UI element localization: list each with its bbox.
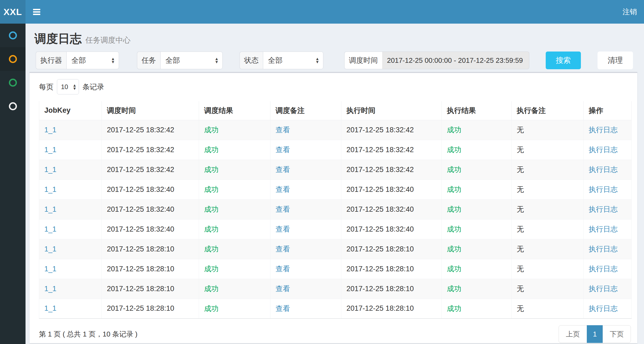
pagination-info: 第 1 页 ( 总共 1 页，10 条记录 ) xyxy=(39,330,138,339)
job-key-link[interactable]: 1_1 xyxy=(44,265,56,273)
trigger-result-cell: 成功 xyxy=(204,225,219,233)
table-row: 1_12017-12-25 18:32:42成功查看2017-12-25 18:… xyxy=(39,160,632,180)
sidebar-menu-item-1[interactable] xyxy=(0,24,26,47)
previous-page-button[interactable]: 上页 xyxy=(559,325,587,343)
executor-filter-label: 执行器 xyxy=(36,52,66,69)
page-subtitle: 任务调度中心 xyxy=(85,36,131,44)
handle-time-cell: 2017-12-25 18:28:10 xyxy=(346,285,414,293)
execution-log-link[interactable]: 执行日志 xyxy=(589,126,618,134)
execution-log-link[interactable]: 执行日志 xyxy=(589,225,618,233)
trigger-result-cell: 成功 xyxy=(204,126,219,134)
trigger-msg-link[interactable]: 查看 xyxy=(276,245,290,253)
trigger-msg-link[interactable]: 查看 xyxy=(276,305,290,313)
handle-result-cell: 成功 xyxy=(447,205,461,213)
handle-time-cell: 2017-12-25 18:32:40 xyxy=(346,185,414,193)
current-page-button[interactable]: 1 xyxy=(587,325,603,343)
handle-msg-cell: 无 xyxy=(517,265,524,273)
trigger-time-cell: 2017-12-25 18:32:40 xyxy=(107,225,174,233)
handle-msg-cell: 无 xyxy=(517,146,524,154)
app: XXL 注销 调度日志任务调度中心 执行器 全部 ▲▼ 任务 全部 xyxy=(0,0,644,344)
handle-result-cell: 成功 xyxy=(447,126,461,134)
job-key-link[interactable]: 1_1 xyxy=(44,225,56,233)
execution-log-link[interactable]: 执行日志 xyxy=(589,265,618,273)
handle-time-cell: 2017-12-25 18:32:42 xyxy=(346,146,414,154)
trigger-msg-link[interactable]: 查看 xyxy=(276,205,290,213)
handle-msg-cell: 无 xyxy=(517,166,524,174)
logout-link[interactable]: 注销 xyxy=(616,0,644,24)
handle-result-cell: 成功 xyxy=(447,285,461,293)
trigger-msg-link[interactable]: 查看 xyxy=(276,146,290,154)
trigger-result-cell: 成功 xyxy=(204,265,219,273)
trigger-msg-link[interactable]: 查看 xyxy=(276,126,290,134)
search-button[interactable]: 搜索 xyxy=(546,52,581,69)
table-row: 1_12017-12-25 18:32:40成功查看2017-12-25 18:… xyxy=(39,180,632,199)
trigger-msg-link[interactable]: 查看 xyxy=(276,166,290,174)
handle-time-cell: 2017-12-25 18:32:42 xyxy=(346,126,414,134)
handle-msg-cell: 无 xyxy=(517,245,524,253)
handle-result-cell: 成功 xyxy=(447,146,461,154)
execution-log-link[interactable]: 执行日志 xyxy=(589,205,618,213)
next-page-button[interactable]: 下页 xyxy=(603,325,631,343)
column-header: 操作 xyxy=(584,101,632,120)
job-key-link[interactable]: 1_1 xyxy=(44,205,56,213)
table-row: 1_12017-12-25 18:32:42成功查看2017-12-25 18:… xyxy=(39,140,632,160)
trigger-time-range-input[interactable]: 2017-12-25 00:00:00 - 2017-12-25 23:59:5… xyxy=(382,52,529,69)
trigger-time-cell: 2017-12-25 18:32:42 xyxy=(107,146,174,154)
page-length-prefix: 每页 xyxy=(39,82,53,92)
trigger-result-cell: 成功 xyxy=(204,185,219,193)
job-key-link[interactable]: 1_1 xyxy=(44,285,56,293)
job-filter-label: 任务 xyxy=(137,52,160,69)
handle-result-cell: 成功 xyxy=(447,225,461,233)
execution-log-link[interactable]: 执行日志 xyxy=(589,166,618,174)
table-body: 1_12017-12-25 18:32:42成功查看2017-12-25 18:… xyxy=(39,120,632,319)
executor-filter-group: 执行器 全部 ▲▼ xyxy=(36,52,119,69)
trigger-time-cell: 2017-12-25 18:28:10 xyxy=(107,285,174,293)
handle-result-cell: 成功 xyxy=(447,166,461,174)
trigger-result-cell: 成功 xyxy=(204,146,219,154)
page-header: 调度日志任务调度中心 xyxy=(26,24,644,52)
page-title: 调度日志 xyxy=(34,32,82,45)
trigger-msg-link[interactable]: 查看 xyxy=(276,225,290,233)
trigger-msg-link[interactable]: 查看 xyxy=(276,185,290,193)
job-key-link[interactable]: 1_1 xyxy=(44,245,56,253)
execution-log-link[interactable]: 执行日志 xyxy=(589,245,618,253)
execution-log-link[interactable]: 执行日志 xyxy=(589,146,618,154)
execution-log-link[interactable]: 执行日志 xyxy=(589,305,618,313)
page-length-select[interactable]: 10 ▲▼ xyxy=(57,79,79,94)
job-key-link[interactable]: 1_1 xyxy=(44,126,56,134)
select-arrows-icon: ▲▼ xyxy=(73,84,77,90)
status-filter-group: 状态 全部 ▲▼ xyxy=(240,52,323,69)
execution-log-link[interactable]: 执行日志 xyxy=(589,285,618,293)
sidebar-toggle-icon[interactable] xyxy=(27,0,46,24)
clear-button[interactable]: 清理 xyxy=(598,52,633,69)
select-arrows-icon: ▲▼ xyxy=(315,57,319,64)
executor-select[interactable]: 全部 ▲▼ xyxy=(66,52,119,69)
sidebar-menu-item-2[interactable] xyxy=(0,47,26,71)
app-logo[interactable]: XXL xyxy=(0,0,26,24)
handle-msg-cell: 无 xyxy=(517,205,524,213)
job-key-link[interactable]: 1_1 xyxy=(44,166,56,174)
sidebar-menu-item-3[interactable] xyxy=(0,71,26,94)
status-select[interactable]: 全部 ▲▼ xyxy=(263,52,323,69)
circle-icon xyxy=(9,31,17,39)
job-key-link[interactable]: 1_1 xyxy=(44,146,56,154)
handle-result-cell: 成功 xyxy=(447,185,461,193)
trigger-time-cell: 2017-12-25 18:32:40 xyxy=(107,185,174,193)
trigger-msg-link[interactable]: 查看 xyxy=(276,265,290,273)
execution-log-link[interactable]: 执行日志 xyxy=(589,185,618,193)
sidebar xyxy=(0,24,26,344)
job-select[interactable]: 全部 ▲▼ xyxy=(160,52,223,69)
job-key-link[interactable]: 1_1 xyxy=(44,185,56,193)
sidebar-menu-item-4[interactable] xyxy=(0,94,26,118)
log-table-box: 每页 10 ▲▼ 条记录 JobKey调度时间调度结果调度备注执行时间执行结果执… xyxy=(30,72,637,343)
executor-select-value: 全部 xyxy=(71,56,86,65)
column-header: 调度备注 xyxy=(270,101,341,120)
table-footer: 第 1 页 ( 总共 1 页，10 条记录 ) 上页 1 下页 xyxy=(39,325,631,343)
job-key-link[interactable]: 1_1 xyxy=(44,304,56,312)
job-filter-group: 任务 全部 ▲▼ xyxy=(137,52,223,69)
table-row: 1_12017-12-25 18:32:42成功查看2017-12-25 18:… xyxy=(39,120,632,140)
handle-msg-cell: 无 xyxy=(517,185,524,193)
handle-result-cell: 成功 xyxy=(447,245,461,253)
top-navbar: XXL 注销 xyxy=(0,0,644,24)
trigger-msg-link[interactable]: 查看 xyxy=(276,285,290,293)
